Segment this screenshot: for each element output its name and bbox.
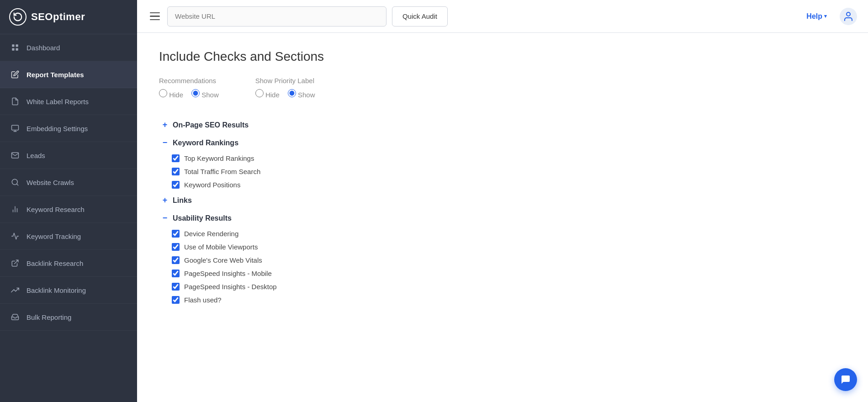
leads-icon bbox=[10, 150, 20, 160]
sections-list: + On-Page SEO Results − Keyword Rankings… bbox=[159, 116, 846, 307]
priority-hide-radio[interactable] bbox=[255, 89, 264, 97]
section-keyword-rankings: − Keyword Rankings Top Keyword Rankings … bbox=[159, 134, 846, 191]
section-usability-header[interactable]: − Usability Results bbox=[159, 209, 846, 227]
brand-logo-icon bbox=[9, 8, 26, 26]
sidebar-item-embedding-settings[interactable]: Embedding Settings bbox=[0, 115, 137, 142]
sidebar-item-keyword-tracking[interactable]: Keyword Tracking bbox=[0, 223, 137, 250]
header: Quick Audit Help ▾ bbox=[137, 0, 868, 33]
sidebar-item-leads[interactable]: Leads bbox=[0, 142, 137, 169]
sidebar-item-backlink-monitoring[interactable]: Backlink Monitoring bbox=[0, 277, 137, 304]
recommendations-group: Recommendations Hide Show bbox=[159, 77, 219, 103]
sidebar-logo: SEOptimer bbox=[0, 0, 137, 34]
sidebar-item-report-templates[interactable]: Report Templates bbox=[0, 61, 137, 88]
priority-show-option[interactable]: Show bbox=[288, 89, 315, 99]
hamburger-line bbox=[150, 12, 160, 14]
check-label: Top Keyword Rankings bbox=[184, 154, 254, 162]
sidebar-item-white-label-reports[interactable]: White Label Reports bbox=[0, 88, 137, 115]
checkbox-pagespeed-mobile[interactable] bbox=[172, 270, 180, 277]
sidebar-nav: Dashboard Report Templates White Label R… bbox=[0, 34, 137, 331]
sidebar-item-keyword-research[interactable]: Keyword Research bbox=[0, 196, 137, 223]
recommendations-show-radio[interactable] bbox=[191, 89, 200, 97]
section-usability-results: − Usability Results Device Rendering Use… bbox=[159, 209, 846, 307]
sidebar-item-backlink-research[interactable]: Backlink Research bbox=[0, 250, 137, 277]
report-templates-icon bbox=[10, 69, 20, 79]
section-on-page-seo-header[interactable]: + On-Page SEO Results bbox=[159, 116, 846, 134]
svg-rect-3 bbox=[16, 48, 18, 51]
svg-rect-0 bbox=[12, 44, 14, 47]
sidebar-item-label: White Label Reports bbox=[26, 98, 89, 106]
url-input[interactable] bbox=[167, 6, 386, 26]
user-avatar[interactable] bbox=[840, 8, 857, 25]
check-device-rendering: Device Rendering bbox=[159, 227, 846, 240]
priority-show-radio[interactable] bbox=[288, 89, 296, 97]
sidebar-item-label: Website Crawls bbox=[26, 179, 74, 186]
checkbox-device-rendering[interactable] bbox=[172, 230, 180, 238]
recommendations-show-option[interactable]: Show bbox=[191, 89, 219, 99]
svg-rect-2 bbox=[12, 48, 14, 51]
section-keyword-rankings-label: Keyword Rankings bbox=[173, 139, 238, 147]
chat-bubble-button[interactable] bbox=[834, 368, 857, 391]
options-row: Recommendations Hide Show Show Priority … bbox=[159, 77, 846, 103]
white-label-icon bbox=[10, 96, 20, 106]
embedding-icon bbox=[10, 123, 20, 133]
sidebar-item-label: Dashboard bbox=[26, 44, 60, 52]
check-label: Keyword Positions bbox=[184, 181, 240, 189]
quick-audit-button[interactable]: Quick Audit bbox=[392, 6, 448, 26]
hamburger-line bbox=[150, 19, 160, 21]
sidebar-item-bulk-reporting[interactable]: Bulk Reporting bbox=[0, 304, 137, 331]
section-usability-toggle: − bbox=[161, 213, 169, 223]
svg-rect-4 bbox=[12, 125, 19, 130]
recommendations-hide-radio[interactable] bbox=[159, 89, 167, 97]
check-label: Total Traffic From Search bbox=[184, 168, 260, 175]
keyword-tracking-icon bbox=[10, 231, 20, 241]
recommendations-radio-group: Hide Show bbox=[159, 89, 219, 103]
check-total-traffic: Total Traffic From Search bbox=[159, 165, 846, 178]
check-keyword-positions: Keyword Positions bbox=[159, 178, 846, 191]
hamburger-line bbox=[150, 16, 160, 17]
checkbox-flash-used[interactable] bbox=[172, 296, 180, 304]
page-title: Include Checks and Sections bbox=[159, 49, 846, 64]
recommendations-show-label: Show bbox=[201, 91, 219, 99]
sidebar-item-label: Backlink Research bbox=[26, 259, 83, 267]
keyword-research-icon bbox=[10, 204, 20, 214]
check-label: Google's Core Web Vitals bbox=[184, 256, 262, 264]
check-flash-used: Flash used? bbox=[159, 293, 846, 307]
section-links-header[interactable]: + Links bbox=[159, 191, 846, 209]
help-chevron-icon: ▾ bbox=[824, 13, 827, 19]
hamburger-button[interactable] bbox=[148, 11, 162, 22]
bulk-reporting-icon bbox=[10, 312, 20, 322]
sidebar-item-label: Keyword Tracking bbox=[26, 233, 81, 240]
dashboard-icon bbox=[10, 42, 20, 53]
priority-show-label: Show bbox=[298, 91, 315, 99]
brand-name: SEOptimer bbox=[31, 11, 85, 23]
sidebar-item-dashboard[interactable]: Dashboard bbox=[0, 34, 137, 61]
checkbox-mobile-viewports[interactable] bbox=[172, 243, 180, 251]
sidebar-item-website-crawls[interactable]: Website Crawls bbox=[0, 169, 137, 196]
help-button[interactable]: Help ▾ bbox=[806, 12, 827, 21]
section-links: + Links bbox=[159, 191, 846, 209]
recommendations-hide-option[interactable]: Hide bbox=[159, 89, 183, 99]
checkbox-core-web-vitals[interactable] bbox=[172, 256, 180, 264]
check-label: PageSpeed Insights - Desktop bbox=[184, 283, 277, 291]
backlink-monitoring-icon bbox=[10, 285, 20, 295]
priority-label-heading: Show Priority Label bbox=[255, 77, 315, 85]
sidebar-item-label: Bulk Reporting bbox=[26, 313, 71, 321]
priority-label-group: Show Priority Label Hide Show bbox=[255, 77, 315, 103]
priority-hide-label: Hide bbox=[265, 91, 280, 99]
svg-line-12 bbox=[15, 260, 18, 264]
checkbox-total-traffic[interactable] bbox=[172, 168, 180, 175]
section-on-page-seo: + On-Page SEO Results bbox=[159, 116, 846, 134]
checkbox-top-keyword-rankings[interactable] bbox=[172, 154, 180, 162]
priority-hide-option[interactable]: Hide bbox=[255, 89, 280, 99]
check-label: Device Rendering bbox=[184, 230, 238, 238]
svg-line-8 bbox=[16, 184, 18, 185]
website-crawls-icon bbox=[10, 177, 20, 187]
section-keyword-rankings-header[interactable]: − Keyword Rankings bbox=[159, 134, 846, 152]
section-links-label: Links bbox=[173, 196, 192, 205]
section-usability-label: Usability Results bbox=[173, 214, 232, 222]
check-pagespeed-desktop: PageSpeed Insights - Desktop bbox=[159, 280, 846, 293]
checkbox-pagespeed-desktop[interactable] bbox=[172, 283, 180, 291]
svg-point-13 bbox=[847, 12, 850, 16]
checkbox-keyword-positions[interactable] bbox=[172, 181, 180, 189]
section-on-page-seo-label: On-Page SEO Results bbox=[173, 121, 249, 129]
